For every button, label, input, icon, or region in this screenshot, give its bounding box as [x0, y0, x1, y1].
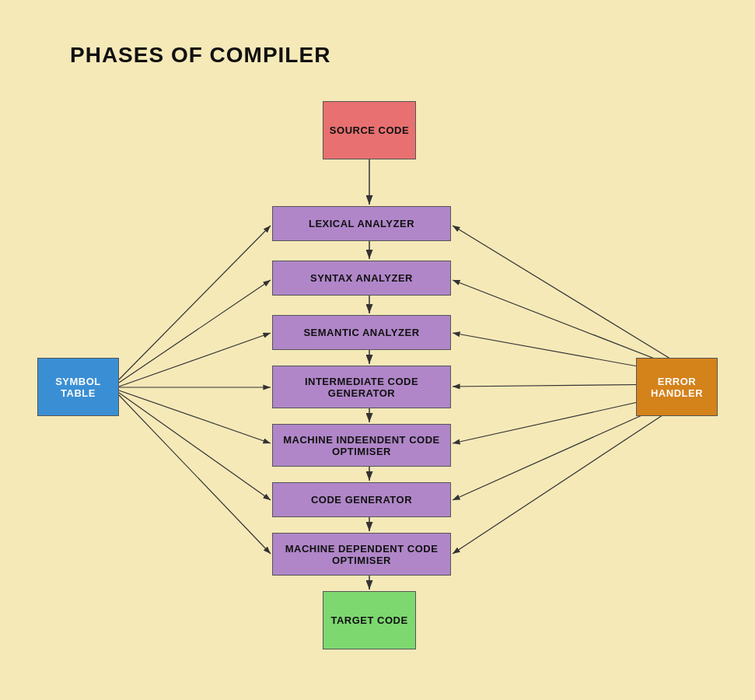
svg-line-11 — [119, 280, 271, 383]
code-generator-box: CODE GENERATOR — [272, 482, 451, 517]
svg-line-15 — [119, 393, 271, 500]
error-handler-box: ERROR HANDLER — [636, 358, 718, 416]
target-code-box: TARGET CODE — [323, 591, 416, 649]
svg-line-23 — [453, 406, 676, 554]
diagram: SOURCE CODE LEXICAL ANALYZER SYNTAX ANAL… — [0, 0, 755, 700]
svg-line-17 — [453, 226, 676, 362]
machine-dependent-optimiser-box: MACHINE DEPENDENT CODE OPTIMISER — [272, 533, 451, 576]
source-code-box: SOURCE CODE — [323, 101, 416, 159]
svg-line-18 — [453, 280, 676, 367]
symbol-table-box: SYMBOL TABLE — [37, 358, 119, 416]
svg-line-16 — [119, 395, 271, 554]
machine-independent-optimiser-box: MACHINE INDEENDENT CODE OPTIMISER — [272, 424, 451, 467]
lexical-analyzer-box: LEXICAL ANALYZER — [272, 206, 451, 241]
svg-line-14 — [119, 390, 271, 443]
intermediate-code-generator-box: INTERMEDIATE CODE GENERATOR — [272, 366, 451, 408]
svg-line-12 — [119, 333, 271, 387]
syntax-analyzer-box: SYNTAX ANALYZER — [272, 261, 451, 296]
svg-line-10 — [119, 226, 271, 380]
semantic-analyzer-box: SEMANTIC ANALYZER — [272, 315, 451, 350]
